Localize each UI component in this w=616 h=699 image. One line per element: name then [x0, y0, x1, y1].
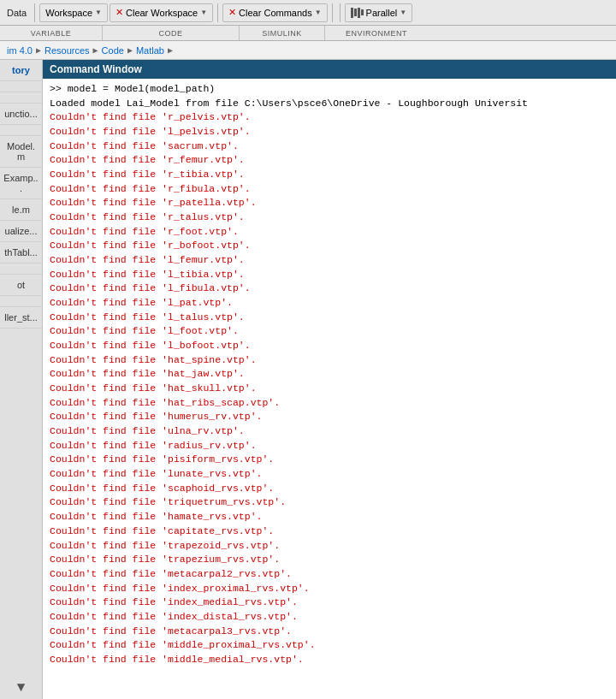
- command-line: Couldn't find file 'hat_ribs_scap.vtp'.: [50, 396, 609, 411]
- command-line: Couldn't find file 'l_femur.vtp'.: [50, 253, 609, 268]
- command-line: Loaded model Lai_Model from file C:\User…: [50, 97, 609, 111]
- parallel-bar-4: [361, 9, 364, 15]
- command-line: Couldn't find file 'sacrum.vtp'.: [50, 139, 609, 154]
- clear-workspace-dropdown-arrow: ▼: [200, 9, 207, 16]
- command-line: Couldn't find file 'l_foot.vtp'.: [50, 324, 609, 339]
- breadcrumb-arrow-1: ▶: [36, 45, 41, 56]
- command-line: Couldn't find file 'l_pelvis.vtp'.: [50, 125, 609, 139]
- environment-section: ENVIRONMENT: [325, 26, 428, 40]
- breadcrumb-arrow-3: ▶: [127, 45, 133, 56]
- data-label[interactable]: Data: [3, 8, 30, 18]
- command-line: Couldn't find file 'hat_spine.vtp'.: [50, 353, 609, 368]
- workspace-label: Workspace: [45, 8, 92, 18]
- command-line: Couldn't find file 'index_medial_rvs.vtp…: [50, 595, 609, 610]
- command-line: Couldn't find file 'hat_skull.vtp'.: [50, 382, 609, 396]
- breadcrumb-matlab-version[interactable]: im 4.0: [7, 45, 33, 56]
- simulink-section: SIMULINK: [240, 26, 325, 40]
- sidebar-item-2[interactable]: [0, 81, 42, 92]
- variable-section: VARIABLE: [0, 26, 103, 40]
- command-line: Couldn't find file 'ulna_rv.vtp'.: [50, 424, 609, 439]
- parallel-dropdown-arrow: ▼: [400, 9, 406, 16]
- command-line: Couldn't find file 'capitate_rvs.vtp'.: [50, 524, 609, 539]
- command-line: Couldn't find file 'r_bofoot.vtp'.: [50, 239, 609, 253]
- command-line: Couldn't find file 'triquetrum_rvs.vtp'.: [50, 495, 609, 510]
- clear-commands-icon: ✕: [228, 7, 236, 18]
- parallel-bar-3: [358, 8, 360, 18]
- command-line: Couldn't find file 'l_bofoot.vtp'.: [50, 339, 609, 353]
- left-sidebar: tory unctio... Model.m Examp... le.m ual…: [0, 60, 43, 699]
- code-section: CODE: [103, 26, 240, 40]
- command-line: Couldn't find file 'r_fibula.vtp'.: [50, 182, 609, 197]
- workspace-dropdown-arrow: ▼: [95, 9, 102, 16]
- command-line: Couldn't find file 'l_pat.vtp'.: [50, 296, 609, 311]
- breadcrumb-arrow-4: ▶: [168, 45, 173, 56]
- main-content: tory unctio... Model.m Examp... le.m ual…: [0, 60, 616, 699]
- sidebar-item-ot[interactable]: ot: [0, 275, 42, 296]
- command-window-title: Command Window: [43, 60, 616, 79]
- sidebar-item-example[interactable]: Examp...: [0, 168, 42, 199]
- command-window: Command Window >> model = Model(model_pa…: [43, 60, 616, 699]
- divider-3: [332, 3, 333, 22]
- command-line: Couldn't find file 'lunate_rvs.vtp'.: [50, 467, 609, 482]
- sidebar-item-3[interactable]: [0, 92, 42, 104]
- command-line: >> model = Model(model_path): [50, 82, 609, 97]
- command-line: Couldn't find file 'metacarpal3_rvs.vtp'…: [50, 625, 609, 639]
- parallel-bar-1: [351, 8, 353, 18]
- command-line: Couldn't find file 'r_femur.vtp'.: [50, 153, 609, 168]
- parallel-icon: [351, 8, 364, 18]
- sidebar-item-model[interactable]: Model.m: [0, 136, 42, 168]
- command-line: Couldn't find file 'r_talus.vtp'.: [50, 210, 609, 225]
- command-line: Couldn't find file 'r_tibia.vtp'.: [50, 168, 609, 182]
- command-line: Couldn't find file 'r_foot.vtp'.: [50, 225, 609, 240]
- command-line: Couldn't find file 'index_proximal_rvs.v…: [50, 582, 609, 596]
- command-line: Couldn't find file 'l_tibia.vtp'.: [50, 268, 609, 282]
- command-line: Couldn't find file 'trapezium_rvs.vtp'.: [50, 553, 609, 567]
- command-line: Couldn't find file 'pisiform_rvs.vtp'.: [50, 453, 609, 467]
- divider-2: [217, 3, 218, 22]
- sidebar-item-thtable[interactable]: thTabl...: [0, 242, 42, 264]
- parallel-bar-2: [354, 9, 357, 16]
- sidebar-scroll-down[interactable]: ▼: [17, 680, 26, 696]
- sidebar-item-5[interactable]: [0, 125, 42, 136]
- breadcrumb-resources[interactable]: Resources: [44, 45, 90, 56]
- command-line: Couldn't find file 'hat_jaw.vtp'.: [50, 367, 609, 382]
- sub-toolbar: VARIABLE CODE SIMULINK ENVIRONMENT: [0, 26, 616, 41]
- breadcrumb-code[interactable]: Code: [102, 45, 124, 56]
- main-toolbar: Data Workspace ▼ ✕ Clear Workspace ▼ ✕ C…: [0, 0, 616, 26]
- sidebar-item-function[interactable]: unctio...: [0, 104, 42, 125]
- command-line: Couldn't find file 'r_patella.vtp'.: [50, 196, 609, 210]
- breadcrumb: im 4.0 ▶ Resources ▶ Code ▶ Matlab ▶: [0, 41, 616, 60]
- workspace-button[interactable]: Workspace ▼: [39, 3, 108, 22]
- command-line: Couldn't find file 'l_talus.vtp'.: [50, 311, 609, 325]
- sidebar-item-history[interactable]: tory: [0, 60, 42, 81]
- sidebar-item-11[interactable]: [0, 264, 42, 275]
- divider-1: [34, 3, 35, 22]
- command-line: Couldn't find file 'middle_medial_rvs.vt…: [50, 653, 609, 667]
- divider-4: [340, 3, 341, 22]
- sidebar-item-visualize[interactable]: ualize...: [0, 221, 42, 242]
- clear-workspace-button[interactable]: ✕ Clear Workspace ▼: [110, 3, 213, 22]
- command-line: Couldn't find file 'metacarpal2_rvs.vtp'…: [50, 567, 609, 582]
- sidebar-item-roller[interactable]: ller_st...: [0, 307, 42, 329]
- clear-workspace-label: Clear Workspace: [126, 8, 198, 18]
- clear-commands-dropdown-arrow: ▼: [315, 9, 322, 16]
- sidebar-item-le[interactable]: le.m: [0, 199, 42, 221]
- breadcrumb-matlab[interactable]: Matlab: [136, 45, 164, 56]
- breadcrumb-arrow-2: ▶: [93, 45, 98, 56]
- command-line: Couldn't find file 'hamate_rvs.vtp'.: [50, 510, 609, 524]
- command-line: Couldn't find file 'trapezoid_rvs.vtp'.: [50, 539, 609, 554]
- command-line: Couldn't find file 'scaphoid_rvs.vtp'.: [50, 482, 609, 496]
- command-line: Couldn't find file 'middle_proximal_rvs.…: [50, 638, 609, 653]
- command-line: Couldn't find file 'humerus_rv.vtp'.: [50, 410, 609, 424]
- command-line: Couldn't find file 'radius_rv.vtp'.: [50, 439, 609, 453]
- parallel-button[interactable]: Parallel ▼: [345, 3, 413, 22]
- command-line: Couldn't find file 'index_distal_rvs.vtp…: [50, 610, 609, 625]
- clear-commands-label: Clear Commands: [239, 8, 312, 18]
- command-output[interactable]: >> model = Model(model_path) Loaded mode…: [43, 79, 616, 699]
- sidebar-item-13[interactable]: [0, 296, 42, 307]
- clear-workspace-icon: ✕: [116, 7, 123, 18]
- parallel-label: Parallel: [366, 8, 398, 18]
- command-line: Couldn't find file 'l_fibula.vtp'.: [50, 281, 609, 296]
- clear-commands-button[interactable]: ✕ Clear Commands ▼: [222, 3, 328, 22]
- command-line: Couldn't find file 'r_pelvis.vtp'.: [50, 110, 609, 125]
